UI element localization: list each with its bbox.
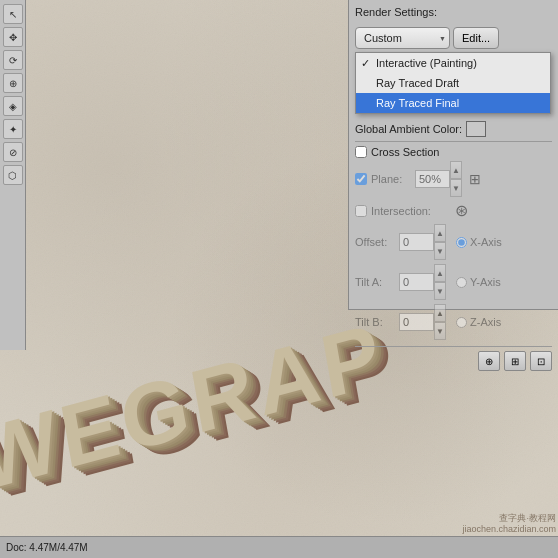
intersection-checkbox[interactable]	[355, 205, 367, 217]
intersection-row: Intersection: ⊛	[355, 201, 552, 220]
intersection-label: Intersection:	[371, 205, 431, 217]
tilt-b-down[interactable]: ▼	[434, 322, 446, 340]
intersection-icon: ⊛	[455, 201, 468, 220]
panel-title: Render Settings:	[355, 6, 437, 18]
tilt-a-row: Tilt A: ▲ ▼ Y-Axis	[355, 264, 552, 300]
x-axis-radio[interactable]	[456, 237, 467, 248]
toolbar-tool-4[interactable]: ⊕	[3, 73, 23, 93]
ambient-label: Global Ambient Color:	[355, 123, 462, 135]
plane-label: Plane:	[371, 173, 411, 185]
menu-item-ray-draft[interactable]: Ray Traced Draft	[356, 73, 550, 93]
tilt-b-row: Tilt B: ▲ ▼ Z-Axis	[355, 304, 552, 340]
z-axis-label: Z-Axis	[470, 316, 501, 328]
status-text: Doc: 4.47M/4.47M	[6, 542, 88, 553]
render-settings-panel: Render Settings: Custom Edit... ✓ Intera…	[348, 0, 558, 310]
render-icon-3[interactable]: ⊡	[530, 351, 552, 371]
watermark: 查字典·教程网jiaochen.chazidian.com	[462, 513, 556, 536]
plane-percent-input[interactable]	[415, 170, 450, 188]
toolbar-tool-2[interactable]: ✥	[3, 27, 23, 47]
preset-dropdown[interactable]: Custom	[355, 27, 450, 49]
y-axis-label: Y-Axis	[470, 276, 501, 288]
ambient-color-swatch[interactable]	[466, 121, 486, 137]
cross-section-label: Cross Section	[371, 146, 439, 158]
status-bar: Doc: 4.47M/4.47M	[0, 536, 558, 558]
tilt-b-label: Tilt B:	[355, 316, 395, 328]
render-icon-2[interactable]: ⊞	[504, 351, 526, 371]
menu-item-ray-final[interactable]: Ray Traced Final	[356, 93, 550, 113]
divider-1	[355, 141, 552, 142]
x-axis-label: X-Axis	[470, 236, 502, 248]
toolbar-tool-1[interactable]: ↖	[3, 4, 23, 24]
tilt-b-input[interactable]	[399, 313, 434, 331]
cross-section-checkbox[interactable]	[355, 146, 367, 158]
offset-label: Offset:	[355, 236, 395, 248]
left-toolbar: ↖ ✥ ⟳ ⊕ ◈ ✦ ⊘ ⬡	[0, 0, 26, 350]
cross-section-header: Cross Section	[355, 146, 552, 158]
toolbar-tool-5[interactable]: ◈	[3, 96, 23, 116]
toolbar-tool-6[interactable]: ✦	[3, 119, 23, 139]
offset-input[interactable]	[399, 233, 434, 251]
toolbar-tool-7[interactable]: ⊘	[3, 142, 23, 162]
offset-row: Offset: ▲ ▼ X-Axis	[355, 224, 552, 260]
plane-checkbox[interactable]	[355, 173, 367, 185]
toolbar-tool-8[interactable]: ⬡	[3, 165, 23, 185]
toolbar-tool-3[interactable]: ⟳	[3, 50, 23, 70]
plane-percent-input-group: ▲ ▼	[415, 161, 462, 197]
tilt-a-down[interactable]: ▼	[434, 282, 446, 300]
ambient-color-row: Global Ambient Color:	[355, 121, 552, 137]
plane-percent-down[interactable]: ▼	[450, 179, 462, 197]
offset-input-group: ▲ ▼	[399, 224, 446, 260]
tilt-a-label: Tilt A:	[355, 276, 395, 288]
x-axis-radio-label: X-Axis	[456, 236, 502, 248]
checkmark-interactive: ✓	[361, 57, 370, 70]
menu-item-interactive[interactable]: ✓ Interactive (Painting)	[356, 53, 550, 73]
render-icon-1[interactable]: ⊕	[478, 351, 500, 371]
panel-bottom-toolbar: ⊕ ⊞ ⊡	[355, 346, 552, 371]
preset-row: Custom Edit...	[355, 27, 552, 49]
tilt-b-input-group: ▲ ▼	[399, 304, 446, 340]
plane-row: Plane: ▲ ▼ ⊞	[355, 161, 552, 197]
quality-dropdown-menu: ✓ Interactive (Painting) Ray Traced Draf…	[355, 52, 551, 114]
plane-icon[interactable]: ⊞	[469, 171, 481, 187]
offset-down[interactable]: ▼	[434, 242, 446, 260]
z-axis-radio[interactable]	[456, 317, 467, 328]
tilt-b-up[interactable]: ▲	[434, 304, 446, 322]
z-axis-radio-label: Z-Axis	[456, 316, 501, 328]
preset-dropdown-wrapper: Custom	[355, 27, 450, 49]
y-axis-radio-label: Y-Axis	[456, 276, 501, 288]
tilt-a-up[interactable]: ▲	[434, 264, 446, 282]
tilt-a-input[interactable]	[399, 273, 434, 291]
panel-title-row: Render Settings:	[355, 6, 552, 23]
plane-percent-up[interactable]: ▲	[450, 161, 462, 179]
edit-button[interactable]: Edit...	[453, 27, 499, 49]
offset-up[interactable]: ▲	[434, 224, 446, 242]
tilt-a-input-group: ▲ ▼	[399, 264, 446, 300]
y-axis-radio[interactable]	[456, 277, 467, 288]
